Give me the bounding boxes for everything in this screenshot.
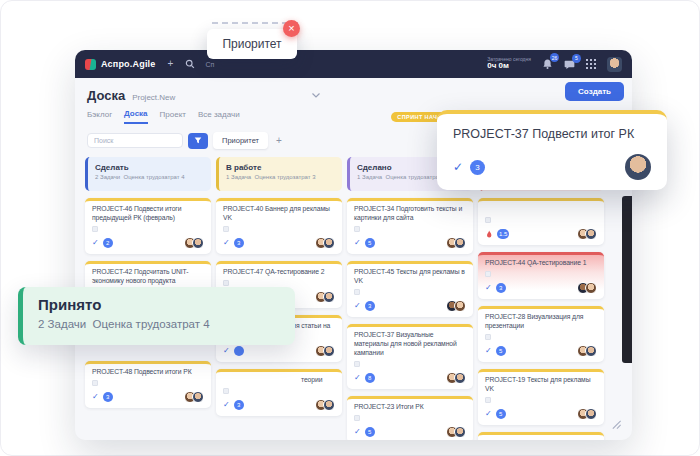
column-cards: PROJECT-34 Подготовить тексты и картинки…: [347, 198, 473, 440]
assignee-avatars: [319, 237, 335, 249]
assignee-avatars: [581, 282, 597, 294]
scrollbar-thumb[interactable]: [622, 196, 632, 363]
add-icon[interactable]: +: [168, 59, 174, 69]
assignee-avatars: [581, 408, 597, 420]
card-title: PROJECT-46 Подвести итоги предыдущей РК …: [92, 205, 204, 223]
board-column: Сделать2 Задачи Оценка трудозатрат 4PROJ…: [85, 157, 211, 408]
card-footer: ✓3: [92, 391, 204, 403]
card-footer: ✓5: [485, 345, 597, 357]
card-footer: ✓3: [485, 282, 597, 294]
kanban-card[interactable]: PROJECT-28 Визуализация для презентации✓…: [478, 306, 604, 362]
kanban-card[interactable]: PROJECT-40 Баннер для рекламы VK✓3: [216, 198, 342, 254]
card-footer: ✓3: [223, 399, 335, 411]
card-tag-icon: [485, 334, 491, 340]
avatar: [625, 154, 651, 180]
kanban-card[interactable]: PROJECT-16 Подвести итоги РК: [478, 432, 604, 440]
column-header[interactable]: Сделать2 Задачи Оценка трудозатрат 4: [85, 157, 211, 191]
avatar: [454, 426, 466, 438]
board-column: Сделано1 Задача Оценка трудозатратPROJEC…: [347, 157, 473, 440]
card-title: PROJECT-19 Тексты для рекламы VK: [485, 376, 597, 394]
column-meta: 1 Задача Оценка трудозатрат 3: [226, 174, 335, 181]
kanban-card[interactable]: PROJECT-46 Подвести итоги предыдущей РК …: [85, 198, 211, 254]
column-header[interactable]: В работе1 Задача Оценка трудозатрат 3: [216, 157, 342, 191]
assignee-avatars: [319, 399, 335, 411]
estimate-badge: 2: [103, 238, 113, 248]
done-check-icon: ✓: [354, 239, 361, 247]
user-avatar[interactable]: [607, 57, 622, 72]
assignee-avatars: [450, 300, 466, 312]
card-footer: ✓3: [354, 300, 466, 312]
priority-filter-chip[interactable]: Приоритет: [213, 132, 268, 149]
card-tag-icon: [223, 226, 229, 232]
accepted-column-card: Принято 2 Задачи Оценка трудозатрат 4: [18, 287, 295, 345]
nav-menu-item[interactable]: Сп: [205, 61, 214, 68]
notifications-count-badge: 26: [550, 53, 559, 62]
column-cards: 1.5PROJECT-44 QA-тестирование 1✓3PROJECT…: [478, 198, 604, 440]
create-button[interactable]: Создать: [565, 82, 624, 101]
card-footer: ✓3: [223, 237, 335, 249]
add-filter-icon[interactable]: +: [276, 135, 282, 146]
project-selector[interactable]: Project.New: [132, 93, 175, 102]
close-icon[interactable]: ×: [283, 20, 300, 37]
assignee-avatars: [319, 345, 335, 357]
done-check-icon: ✓: [354, 428, 361, 436]
chevron-down-icon[interactable]: [312, 93, 320, 98]
card-title: [485, 205, 597, 214]
resize-grip-icon[interactable]: [611, 419, 622, 430]
kanban-card[interactable]: теории✓3: [216, 369, 342, 416]
card-footer: 1.5: [485, 228, 597, 240]
tab-all-tasks[interactable]: Все задачи: [198, 110, 240, 123]
card-footer: ✓5: [354, 237, 466, 249]
avatar: [192, 237, 204, 249]
priority-tooltip-label: Приоритет: [222, 37, 281, 51]
estimate-badge: 5: [365, 238, 375, 248]
fire-icon: [485, 225, 493, 243]
page-header: Доска Project.New: [75, 78, 632, 103]
kanban-card[interactable]: PROJECT-37 Визуальные материалы для ново…: [347, 324, 473, 389]
avatar: [323, 399, 335, 411]
card-title: теории: [223, 376, 335, 385]
assignee-avatars: [450, 426, 466, 438]
estimate-badge: 8: [365, 373, 375, 383]
filter-button[interactable]: [188, 133, 208, 149]
card-title: PROJECT-23 Итоги РК: [354, 403, 466, 412]
card-tag-icon: [92, 380, 98, 386]
card-tag-icon: [223, 280, 229, 286]
kanban-card[interactable]: 1.5: [478, 198, 604, 245]
kanban-card[interactable]: PROJECT-34 Подготовить тексты и картинки…: [347, 198, 473, 254]
notifications-button[interactable]: 26: [542, 58, 553, 70]
card-tag-icon: [354, 361, 360, 367]
estimate-badge: 3: [234, 238, 244, 248]
estimate-badge: 3: [365, 301, 375, 311]
card-tag-icon: [354, 289, 360, 295]
kanban-card[interactable]: PROJECT-23 Итоги РК✓5: [347, 396, 473, 440]
search-icon[interactable]: [185, 59, 195, 69]
assignee-avatars: [450, 372, 466, 384]
brand-name: Аспро.Agile: [101, 59, 156, 69]
search-input[interactable]: [87, 133, 183, 148]
task-preview-card[interactable]: PROJECT-37 Подвести итог РК ✓ 3: [437, 110, 667, 190]
card-footer: ✓5: [354, 426, 466, 438]
apps-grid-button[interactable]: [586, 59, 596, 69]
card-tag-icon: [485, 397, 491, 403]
board-column: 1.5PROJECT-44 QA-тестирование 1✓3PROJECT…: [478, 157, 604, 440]
card-footer: ✓8: [354, 372, 466, 384]
card-tag-icon: [92, 226, 98, 232]
tab-project[interactable]: Проект: [160, 110, 186, 123]
assignee-avatars: [188, 237, 204, 249]
card-tag-icon: [354, 226, 360, 232]
messages-button[interactable]: 5: [564, 59, 575, 70]
card-title: PROJECT-45 Тексты для рекламы в VK: [354, 268, 466, 286]
done-check-icon: ✓: [223, 347, 230, 355]
avatar: [454, 300, 466, 312]
card-tag-icon: [223, 388, 229, 394]
kanban-card[interactable]: PROJECT-44 QA-тестирование 1✓3: [478, 252, 604, 299]
tab-backlog[interactable]: Бэклог: [87, 110, 112, 123]
tab-board[interactable]: Доска: [124, 109, 147, 124]
avatar: [454, 372, 466, 384]
kanban-card[interactable]: PROJECT-45 Тексты для рекламы в VK✓3: [347, 261, 473, 317]
card-tag-icon: [485, 217, 491, 223]
kanban-card[interactable]: PROJECT-48 Подвести итоги РК✓3: [85, 361, 211, 408]
done-check-icon: ✓: [354, 374, 361, 382]
kanban-card[interactable]: PROJECT-19 Тексты для рекламы VK✓5: [478, 369, 604, 425]
